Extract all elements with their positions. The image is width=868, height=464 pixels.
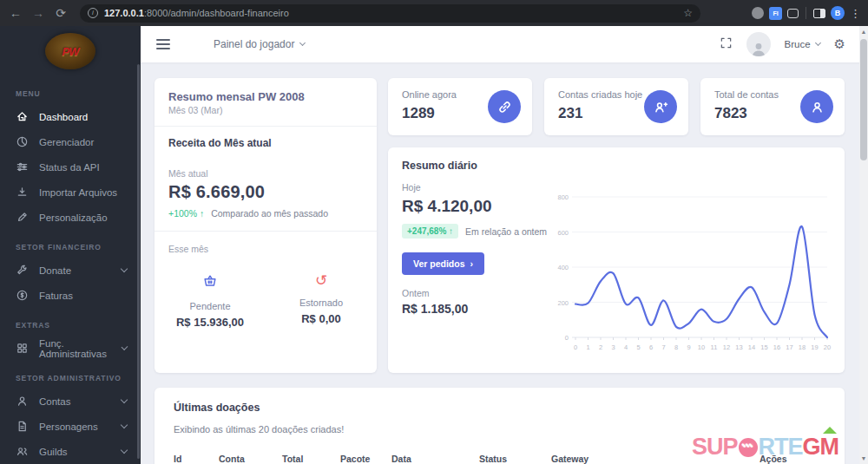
chevron-down-icon xyxy=(122,343,128,350)
svg-text:400: 400 xyxy=(557,264,569,271)
scroll-down-icon[interactable]: ▼ xyxy=(859,455,868,461)
delta-percent: +100% ↑ xyxy=(168,208,204,219)
chevron-down-icon xyxy=(121,396,128,403)
sidebar-item-personagens[interactable]: Personagens xyxy=(0,414,141,439)
svg-text:7: 7 xyxy=(661,343,665,351)
svg-text:200: 200 xyxy=(557,299,569,307)
col-gateway: Gateway xyxy=(551,454,589,464)
sidebar-section-extras: EXTRAS xyxy=(0,308,141,336)
sidebar-item-label: Faturas xyxy=(39,291,73,301)
svg-text:14: 14 xyxy=(748,343,755,351)
delta-note: Comparado ao mês passado xyxy=(211,208,328,219)
user-icon xyxy=(16,395,29,408)
url-text: 127.0.0.1:8000/admin/dashboard-financeir… xyxy=(104,8,677,18)
sidebar-item-personalizacao[interactable]: Personalização xyxy=(0,205,141,230)
url-bar[interactable]: i 127.0.0.1:8000/admin/dashboard-finance… xyxy=(80,4,700,23)
page-scrollbar[interactable]: ▲ ▼ xyxy=(859,26,868,464)
daily-delta-badge: +247,68% ↑ xyxy=(402,224,458,239)
chrome-menu-icon[interactable]: ⋮ xyxy=(850,7,861,20)
bookmark-star-icon[interactable]: ☆ xyxy=(683,7,693,19)
svg-text:18: 18 xyxy=(799,343,806,351)
col-data: Data xyxy=(391,454,411,464)
extensions-icon[interactable] xyxy=(787,9,799,18)
svg-text:600: 600 xyxy=(557,229,569,237)
svg-text:5: 5 xyxy=(636,343,640,351)
monthly-card-title: Resumo mensal PW 2008 xyxy=(155,78,377,105)
chevron-down-icon xyxy=(121,265,128,272)
download-icon xyxy=(16,186,29,199)
gear-icon[interactable]: ⚙ xyxy=(834,36,845,52)
sidebar-section-menu: MENU xyxy=(0,76,141,104)
speech-bubble-icon: ••• xyxy=(739,438,758,457)
forward-icon[interactable]: → xyxy=(30,6,47,20)
chevron-down-icon xyxy=(299,40,306,46)
watermark-text: SUP xyxy=(692,434,738,461)
users-icon xyxy=(16,445,29,458)
pending-label: Pendente xyxy=(155,301,266,311)
topbar: Painel do jogador Bruce ⚙ xyxy=(141,26,868,62)
col-conta: Conta xyxy=(219,454,245,464)
basket-icon xyxy=(202,277,218,291)
daily-delta-note: Em relação a ontem xyxy=(465,226,547,237)
svg-text:12: 12 xyxy=(723,343,730,351)
sidebar-item-importar-arquivos[interactable]: Importar Arquivos xyxy=(0,180,141,205)
sidebar-section-financeiro: SETOR FINANCEIRO xyxy=(0,230,141,258)
panel-selector[interactable]: Painel do jogador xyxy=(214,38,305,50)
reload-icon[interactable]: ⟳ xyxy=(52,6,69,20)
this-month-label: Esse mês xyxy=(155,232,377,254)
hamburger-menu-icon[interactable] xyxy=(156,39,170,49)
sidebar-item-faturas[interactable]: Faturas xyxy=(0,283,141,308)
side-panel-icon[interactable] xyxy=(813,9,825,18)
sliders-icon xyxy=(16,160,29,173)
pie-chart-icon xyxy=(16,135,29,148)
watermark-text: RTE xyxy=(759,434,803,461)
back-icon[interactable]: ← xyxy=(7,6,24,20)
user-name: Bruce xyxy=(785,39,811,49)
monthly-card-subtitle: Mês 03 (Mar) xyxy=(155,105,377,126)
donations-subtitle: Exibindo as últimas 20 doações criadas! xyxy=(155,414,845,435)
daily-summary-card: Resumo diário Hoje R$ 4.120,00 +247,68% … xyxy=(388,147,845,373)
current-month-label: Mês atual xyxy=(155,149,377,179)
url-host: 127.0.0.1 xyxy=(104,8,144,18)
svg-text:4: 4 xyxy=(624,343,628,351)
screen: ← → ⟳ i 127.0.0.1:8000/admin/dashboard-f… xyxy=(0,0,868,464)
sidebar-item-label: Personalização xyxy=(39,212,108,223)
pending-block: Pendente R$ 15.936,00 xyxy=(155,273,266,329)
stat-card-total-accounts: Total de contas 7823 xyxy=(700,78,845,135)
sidebar-item-donate[interactable]: Donate xyxy=(0,258,141,283)
sidebar-item-label: Donate xyxy=(39,265,71,276)
sidebar-item-label: Personagens xyxy=(39,422,98,432)
refund-icon: ↺ xyxy=(315,272,327,289)
svg-text:0: 0 xyxy=(565,334,569,342)
ver-pedidos-button[interactable]: Ver pedidos › xyxy=(402,252,484,275)
extension-fi-icon[interactable]: FI xyxy=(769,7,782,20)
sidebar-item-label: Dashboard xyxy=(39,112,88,122)
user-menu[interactable]: Bruce xyxy=(785,39,820,49)
sidebar-item-contas[interactable]: Contas xyxy=(0,389,141,414)
chrome-separator xyxy=(806,7,806,19)
fullscreen-icon[interactable] xyxy=(720,36,733,53)
scroll-up-icon[interactable]: ▲ xyxy=(859,29,868,35)
sidebar-scrollbar[interactable] xyxy=(137,64,140,459)
file-icon xyxy=(16,420,29,433)
extension-globe-icon[interactable] xyxy=(752,7,764,19)
svg-text:16: 16 xyxy=(773,343,780,351)
site-info-icon[interactable]: i xyxy=(88,8,98,18)
svg-text:17: 17 xyxy=(786,343,792,351)
refunded-block: ↺ Estornado R$ 0,00 xyxy=(266,273,377,329)
sidebar-item-dashboard[interactable]: Dashboard xyxy=(0,104,141,129)
sidebar-item-gerenciador[interactable]: Gerenciador xyxy=(0,129,141,154)
sidebar-item-status-api[interactable]: Status da API xyxy=(0,154,141,180)
logo-container[interactable]: PW xyxy=(0,26,141,76)
dollar-circle-icon xyxy=(16,289,29,302)
sidebar-item-guilds[interactable]: Guilds xyxy=(0,439,141,464)
scrollbar-thumb[interactable] xyxy=(860,39,867,160)
svg-text:15: 15 xyxy=(760,343,767,351)
sidebar-item-func-administrativas[interactable]: Funç. Administrativas xyxy=(0,336,141,361)
user-avatar[interactable] xyxy=(746,32,771,56)
wrench-icon xyxy=(16,264,29,277)
browser-profile-avatar[interactable]: B xyxy=(831,6,845,20)
user-icon xyxy=(800,90,833,123)
current-month-value: R$ 6.669,00 xyxy=(155,179,377,202)
col-pacote: Pacote xyxy=(340,454,370,464)
